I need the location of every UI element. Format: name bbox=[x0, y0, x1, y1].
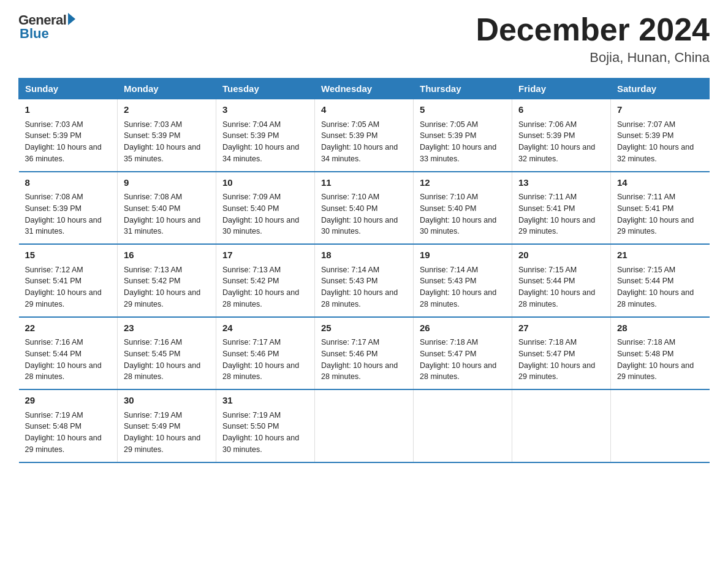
calendar-cell: 27Sunrise: 7:18 AMSunset: 5:47 PMDayligh… bbox=[512, 317, 611, 390]
calendar-header: SundayMondayTuesdayWednesdayThursdayFrid… bbox=[19, 79, 710, 99]
calendar-cell: 17Sunrise: 7:13 AMSunset: 5:42 PMDayligh… bbox=[216, 244, 315, 317]
day-number: 1 bbox=[25, 103, 112, 117]
calendar-cell bbox=[611, 389, 710, 462]
calendar-cell: 13Sunrise: 7:11 AMSunset: 5:41 PMDayligh… bbox=[512, 172, 611, 245]
day-number: 25 bbox=[321, 321, 407, 335]
day-number: 9 bbox=[124, 176, 210, 190]
calendar-cell: 24Sunrise: 7:17 AMSunset: 5:46 PMDayligh… bbox=[216, 317, 315, 390]
calendar-cell: 1Sunrise: 7:03 AMSunset: 5:39 PMDaylight… bbox=[19, 99, 118, 172]
calendar-cell: 14Sunrise: 7:11 AMSunset: 5:41 PMDayligh… bbox=[611, 172, 710, 245]
day-info: Sunrise: 7:05 AMSunset: 5:39 PMDaylight:… bbox=[321, 119, 407, 165]
day-number: 27 bbox=[518, 321, 604, 335]
day-number: 8 bbox=[25, 176, 112, 190]
day-info: Sunrise: 7:05 AMSunset: 5:39 PMDaylight:… bbox=[420, 119, 506, 165]
day-number: 6 bbox=[518, 103, 604, 117]
calendar-cell: 8Sunrise: 7:08 AMSunset: 5:39 PMDaylight… bbox=[19, 172, 118, 245]
calendar-cell: 6Sunrise: 7:06 AMSunset: 5:39 PMDaylight… bbox=[512, 99, 611, 172]
day-info: Sunrise: 7:08 AMSunset: 5:40 PMDaylight:… bbox=[124, 191, 210, 237]
day-info: Sunrise: 7:10 AMSunset: 5:40 PMDaylight:… bbox=[321, 191, 407, 237]
day-info: Sunrise: 7:17 AMSunset: 5:46 PMDaylight:… bbox=[222, 337, 308, 383]
calendar-cell: 21Sunrise: 7:15 AMSunset: 5:44 PMDayligh… bbox=[611, 244, 710, 317]
day-info: Sunrise: 7:11 AMSunset: 5:41 PMDaylight:… bbox=[518, 191, 604, 237]
calendar-cell: 3Sunrise: 7:04 AMSunset: 5:39 PMDaylight… bbox=[216, 99, 315, 172]
day-info: Sunrise: 7:15 AMSunset: 5:44 PMDaylight:… bbox=[518, 264, 604, 310]
day-info: Sunrise: 7:11 AMSunset: 5:41 PMDaylight:… bbox=[617, 191, 703, 237]
header-cell: Wednesday bbox=[315, 79, 414, 99]
calendar-cell: 22Sunrise: 7:16 AMSunset: 5:44 PMDayligh… bbox=[19, 317, 118, 390]
calendar-cell bbox=[414, 389, 512, 462]
title-block: December 2024 Bojia, Hunan, China bbox=[476, 12, 710, 66]
day-info: Sunrise: 7:14 AMSunset: 5:43 PMDaylight:… bbox=[420, 264, 506, 310]
day-number: 24 bbox=[222, 321, 308, 335]
page-header: General Blue December 2024 Bojia, Hunan,… bbox=[18, 12, 710, 66]
day-info: Sunrise: 7:16 AMSunset: 5:45 PMDaylight:… bbox=[124, 337, 210, 383]
calendar-cell: 28Sunrise: 7:18 AMSunset: 5:48 PMDayligh… bbox=[611, 317, 710, 390]
day-number: 29 bbox=[25, 394, 112, 408]
day-info: Sunrise: 7:19 AMSunset: 5:49 PMDaylight:… bbox=[124, 410, 210, 456]
calendar-body: 1Sunrise: 7:03 AMSunset: 5:39 PMDaylight… bbox=[19, 99, 710, 462]
calendar-row: 1Sunrise: 7:03 AMSunset: 5:39 PMDaylight… bbox=[19, 99, 710, 172]
day-info: Sunrise: 7:09 AMSunset: 5:40 PMDaylight:… bbox=[222, 191, 308, 237]
day-info: Sunrise: 7:03 AMSunset: 5:39 PMDaylight:… bbox=[25, 119, 112, 165]
day-info: Sunrise: 7:19 AMSunset: 5:48 PMDaylight:… bbox=[25, 410, 112, 456]
calendar-table: SundayMondayTuesdayWednesdayThursdayFrid… bbox=[18, 78, 710, 463]
calendar-cell: 30Sunrise: 7:19 AMSunset: 5:49 PMDayligh… bbox=[118, 389, 216, 462]
day-number: 21 bbox=[617, 248, 703, 262]
day-info: Sunrise: 7:06 AMSunset: 5:39 PMDaylight:… bbox=[518, 119, 604, 165]
calendar-row: 29Sunrise: 7:19 AMSunset: 5:48 PMDayligh… bbox=[19, 389, 710, 462]
calendar-cell: 26Sunrise: 7:18 AMSunset: 5:47 PMDayligh… bbox=[414, 317, 512, 390]
day-number: 18 bbox=[321, 248, 407, 262]
day-info: Sunrise: 7:03 AMSunset: 5:39 PMDaylight:… bbox=[124, 119, 210, 165]
day-number: 31 bbox=[222, 394, 308, 408]
calendar-cell bbox=[315, 389, 414, 462]
calendar-row: 22Sunrise: 7:16 AMSunset: 5:44 PMDayligh… bbox=[19, 317, 710, 390]
calendar-cell: 18Sunrise: 7:14 AMSunset: 5:43 PMDayligh… bbox=[315, 244, 414, 317]
calendar-cell: 7Sunrise: 7:07 AMSunset: 5:39 PMDaylight… bbox=[611, 99, 710, 172]
day-info: Sunrise: 7:18 AMSunset: 5:47 PMDaylight:… bbox=[420, 337, 506, 383]
day-info: Sunrise: 7:17 AMSunset: 5:46 PMDaylight:… bbox=[321, 337, 407, 383]
day-number: 19 bbox=[420, 248, 506, 262]
day-info: Sunrise: 7:16 AMSunset: 5:44 PMDaylight:… bbox=[25, 337, 112, 383]
calendar-cell: 9Sunrise: 7:08 AMSunset: 5:40 PMDaylight… bbox=[118, 172, 216, 245]
calendar-cell: 12Sunrise: 7:10 AMSunset: 5:40 PMDayligh… bbox=[414, 172, 512, 245]
day-number: 28 bbox=[617, 321, 703, 335]
day-number: 11 bbox=[321, 176, 407, 190]
calendar-cell: 20Sunrise: 7:15 AMSunset: 5:44 PMDayligh… bbox=[512, 244, 611, 317]
day-info: Sunrise: 7:18 AMSunset: 5:47 PMDaylight:… bbox=[518, 337, 604, 383]
day-number: 10 bbox=[222, 176, 308, 190]
calendar-cell: 11Sunrise: 7:10 AMSunset: 5:40 PMDayligh… bbox=[315, 172, 414, 245]
calendar-cell: 4Sunrise: 7:05 AMSunset: 5:39 PMDaylight… bbox=[315, 99, 414, 172]
subtitle: Bojia, Hunan, China bbox=[476, 50, 710, 66]
calendar-cell: 19Sunrise: 7:14 AMSunset: 5:43 PMDayligh… bbox=[414, 244, 512, 317]
calendar-cell: 25Sunrise: 7:17 AMSunset: 5:46 PMDayligh… bbox=[315, 317, 414, 390]
day-info: Sunrise: 7:14 AMSunset: 5:43 PMDaylight:… bbox=[321, 264, 407, 310]
calendar-cell: 10Sunrise: 7:09 AMSunset: 5:40 PMDayligh… bbox=[216, 172, 315, 245]
header-cell: Monday bbox=[118, 79, 216, 99]
day-number: 12 bbox=[420, 176, 506, 190]
calendar-row: 8Sunrise: 7:08 AMSunset: 5:39 PMDaylight… bbox=[19, 172, 710, 245]
day-number: 7 bbox=[617, 103, 703, 117]
day-number: 30 bbox=[124, 394, 210, 408]
day-info: Sunrise: 7:07 AMSunset: 5:39 PMDaylight:… bbox=[617, 119, 703, 165]
day-number: 20 bbox=[518, 248, 604, 262]
day-number: 14 bbox=[617, 176, 703, 190]
header-cell: Saturday bbox=[611, 79, 710, 99]
day-number: 23 bbox=[124, 321, 210, 335]
logo-arrow-icon bbox=[68, 13, 75, 25]
day-number: 5 bbox=[420, 103, 506, 117]
day-number: 22 bbox=[25, 321, 112, 335]
day-number: 26 bbox=[420, 321, 506, 335]
logo: General Blue bbox=[18, 12, 75, 42]
calendar-cell: 31Sunrise: 7:19 AMSunset: 5:50 PMDayligh… bbox=[216, 389, 315, 462]
calendar-row: 15Sunrise: 7:12 AMSunset: 5:41 PMDayligh… bbox=[19, 244, 710, 317]
day-info: Sunrise: 7:04 AMSunset: 5:39 PMDaylight:… bbox=[222, 119, 308, 165]
calendar-cell: 2Sunrise: 7:03 AMSunset: 5:39 PMDaylight… bbox=[118, 99, 216, 172]
header-cell: Thursday bbox=[414, 79, 512, 99]
calendar-cell bbox=[512, 389, 611, 462]
day-info: Sunrise: 7:18 AMSunset: 5:48 PMDaylight:… bbox=[617, 337, 703, 383]
calendar-cell: 15Sunrise: 7:12 AMSunset: 5:41 PMDayligh… bbox=[19, 244, 118, 317]
day-number: 15 bbox=[25, 248, 112, 262]
day-info: Sunrise: 7:13 AMSunset: 5:42 PMDaylight:… bbox=[124, 264, 210, 310]
day-number: 2 bbox=[124, 103, 210, 117]
main-title: December 2024 bbox=[476, 12, 710, 47]
